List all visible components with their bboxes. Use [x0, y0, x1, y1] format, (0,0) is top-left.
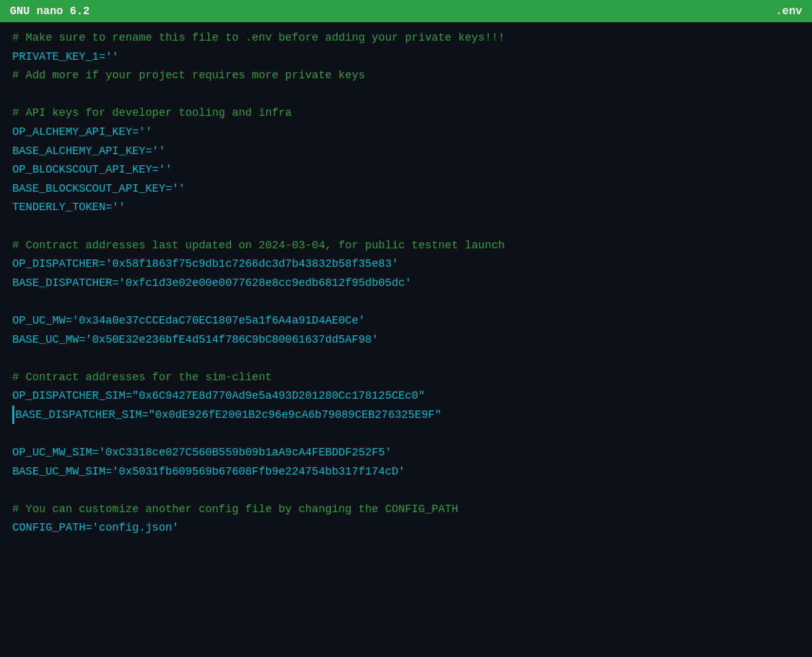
code-line: OP_UC_MW='0x34a0e37cCCEdaC70EC1807e5a1f6… [12, 311, 800, 330]
empty-line [12, 217, 800, 236]
code-line: OP_DISPATCHER_SIM="0x6C9427E8d770Ad9e5a4… [12, 386, 800, 406]
code-line: # Add more if your project requires more… [12, 66, 800, 85]
code-line: # API keys for developer tooling and inf… [12, 104, 800, 123]
code-line: OP_BLOCKSCOUT_API_KEY='' [12, 160, 800, 179]
code-line: BASE_BLOCKSCOUT_API_KEY='' [12, 179, 800, 198]
code-line: OP_DISPATCHER='0x58f1863f75c9db1c7266dc3… [12, 255, 800, 274]
code-line: BASE_UC_MW='0x50E32e236bfE4d514f786C9bC8… [12, 330, 800, 349]
title-bar: GNU nano 6.2 .env [0, 0, 812, 22]
code-line: OP_UC_MW_SIM='0xC3318ce027C560B559b09b1a… [12, 443, 800, 462]
code-line: BASE_DISPATCHER='0xfc1d3e02e00e0077628e8… [12, 274, 800, 293]
code-line: # Make sure to rename this file to .env … [12, 28, 800, 47]
code-line: # You can customize another config file … [12, 500, 800, 519]
code-line: CONFIG_PATH='config.json' [12, 518, 800, 537]
editor-body: # Make sure to rename this file to .env … [0, 22, 812, 544]
code-line: BASE_DISPATCHER_SIM="0x0dE926fE2001B2c96… [12, 406, 800, 425]
code-line: PRIVATE_KEY_1='' [12, 47, 800, 67]
code-line: BASE_ALCHEMY_API_KEY='' [12, 142, 800, 161]
code-line: # Contract addresses for the sim-client [12, 368, 800, 387]
empty-line [12, 292, 800, 311]
empty-line [12, 481, 800, 500]
empty-line [12, 85, 800, 104]
code-line: OP_ALCHEMY_API_KEY='' [12, 123, 800, 142]
code-line: TENDERLY_TOKEN='' [12, 198, 800, 217]
empty-line [12, 424, 800, 443]
code-line: # Contract addresses last updated on 202… [12, 236, 800, 255]
empty-line [12, 349, 800, 368]
editor-name: GNU nano 6.2 [10, 5, 90, 17]
code-line: BASE_UC_MW_SIM='0x5031fb609569b67608Ffb9… [12, 462, 800, 481]
file-name: .env [776, 5, 802, 17]
